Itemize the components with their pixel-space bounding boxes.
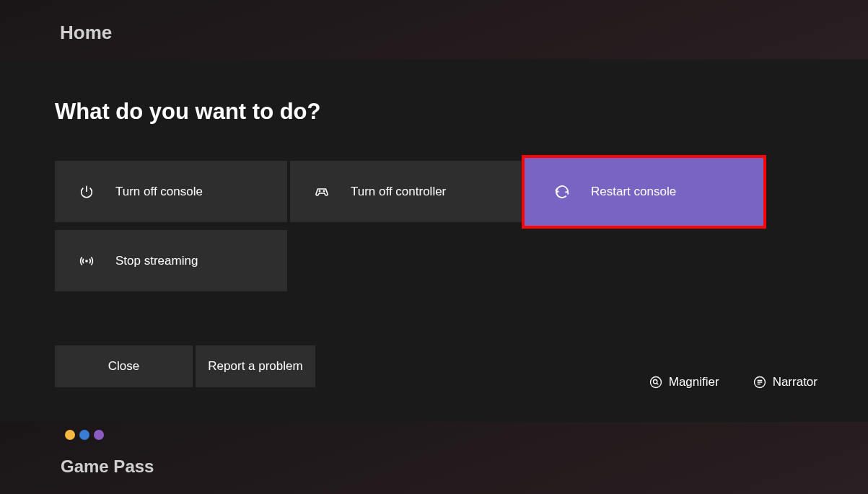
bottom-buttons-row: Close Report a problem (55, 345, 315, 387)
tile-label: Stop streaming (115, 254, 198, 268)
close-button[interactable]: Close (55, 345, 193, 387)
background-top (0, 0, 868, 59)
options-grid: Turn off console Turn off controller (55, 161, 765, 291)
report-problem-button[interactable]: Report a problem (196, 345, 315, 387)
home-tab-label: Home (60, 22, 112, 44)
narrator-icon (753, 375, 767, 389)
dialog-title: What do you want to do? (55, 99, 814, 125)
svg-point-2 (85, 260, 88, 263)
narrator-button[interactable]: Narrator (753, 375, 817, 389)
broadcast-icon (78, 252, 95, 270)
tile-label: Turn off controller (351, 185, 446, 199)
friend-presence-icons (65, 430, 104, 440)
magnifier-icon (649, 375, 663, 389)
power-icon (78, 183, 95, 200)
svg-point-1 (323, 190, 324, 191)
stop-streaming-tile[interactable]: Stop streaming (55, 230, 287, 291)
svg-point-0 (319, 190, 320, 191)
tile-label: Restart console (591, 185, 676, 199)
magnifier-label: Magnifier (669, 375, 719, 389)
turn-off-controller-tile[interactable]: Turn off controller (290, 161, 522, 222)
gamepass-tab-label: Game Pass (61, 456, 154, 477)
narrator-label: Narrator (773, 375, 817, 389)
controller-icon (313, 183, 330, 200)
restart-icon (553, 183, 571, 200)
turn-off-console-tile[interactable]: Turn off console (55, 161, 287, 222)
tile-label: Turn off console (115, 185, 203, 199)
power-menu-dialog: What do you want to do? Turn off console (0, 59, 868, 422)
svg-point-4 (653, 380, 657, 384)
svg-point-3 (650, 377, 661, 388)
magnifier-button[interactable]: Magnifier (649, 375, 719, 389)
accessibility-row: Magnifier Narrator (649, 375, 817, 389)
restart-console-tile[interactable]: Restart console (523, 156, 765, 227)
